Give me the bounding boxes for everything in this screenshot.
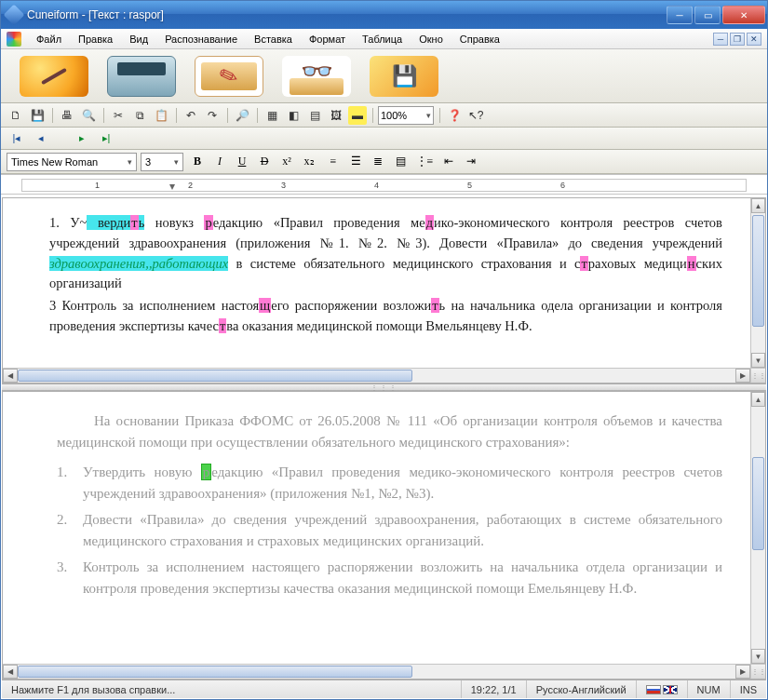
menu-table[interactable]: Таблица xyxy=(355,32,410,47)
italic-button[interactable]: I xyxy=(209,153,230,171)
scroll-grip-icon[interactable]: ⋮⋮ xyxy=(750,665,765,679)
menu-format[interactable]: Формат xyxy=(302,32,353,47)
scroll-thumb[interactable] xyxy=(752,457,764,550)
status-num: NUM xyxy=(688,680,731,698)
scroll-right-icon[interactable]: ▶ xyxy=(735,665,750,679)
mdi-minimize-button[interactable]: ─ xyxy=(713,33,728,46)
mdi-restore-button[interactable]: ❐ xyxy=(730,33,745,46)
align-left-icon[interactable]: ≡ xyxy=(323,153,344,171)
align-center-icon[interactable]: ☰ xyxy=(345,153,366,171)
mdi-close-button[interactable]: ✕ xyxy=(747,33,761,46)
menu-view[interactable]: Вид xyxy=(122,32,155,47)
indent-decrease-icon[interactable]: ⇤ xyxy=(438,153,459,171)
scroll-left-icon[interactable]: ◀ xyxy=(3,665,18,679)
list-number: 1. xyxy=(57,462,67,483)
save-button[interactable] xyxy=(370,56,438,97)
grid-icon[interactable]: ▦ xyxy=(263,106,281,125)
main-toolbar xyxy=(1,49,767,103)
window-maximize-button[interactable]: ▭ xyxy=(694,6,721,24)
subscript-button[interactable]: x₂ xyxy=(299,153,319,171)
image-pane: На основании Приказа ФФОМС от 26.05.2008… xyxy=(2,391,766,680)
scroll-thumb[interactable] xyxy=(18,666,412,678)
navigation-toolbar: |◂ ◂ ▸ ▸| xyxy=(1,128,767,150)
list-bullets-icon[interactable]: ⋮≡ xyxy=(414,153,435,171)
scroll-grip-icon[interactable]: ⋮⋮ xyxy=(750,369,765,383)
scroll-up-icon[interactable]: ▲ xyxy=(751,198,765,213)
scroll-down-icon[interactable]: ▼ xyxy=(751,353,765,368)
window-close-button[interactable]: ✕ xyxy=(722,6,765,24)
text-fragment: его распоряжении возложи xyxy=(271,298,431,313)
help-icon[interactable]: ❓ xyxy=(445,106,464,125)
text-fragment: новукз xyxy=(144,215,204,230)
prev-page-icon[interactable]: ◂ xyxy=(31,130,51,147)
indent-increase-icon[interactable]: ⇥ xyxy=(461,153,481,171)
window-minimize-button[interactable]: ─ xyxy=(667,6,693,24)
text-fragment: едакцию «Правил проведения ме xyxy=(213,215,425,230)
font-name-combo[interactable]: Times New Roman xyxy=(7,153,137,171)
scroll-left-icon[interactable]: ◀ xyxy=(3,369,18,383)
highlight-magenta: т xyxy=(130,215,138,230)
bold-button[interactable]: B xyxy=(187,153,208,171)
menu-help[interactable]: Справка xyxy=(452,32,507,47)
align-right-icon[interactable]: ≣ xyxy=(368,153,388,171)
text-document[interactable]: 1. У~ вердить новукз редакцию «Правил пр… xyxy=(3,198,750,368)
last-page-icon[interactable]: ▸| xyxy=(96,130,116,147)
next-page-icon[interactable]: ▸ xyxy=(72,130,92,147)
list-number: 3. xyxy=(57,557,67,578)
underline-button[interactable]: U xyxy=(232,153,252,171)
zoom-value: 100% xyxy=(381,110,407,121)
menu-edit[interactable]: Правка xyxy=(71,32,120,47)
ruler-num-1: 1 xyxy=(95,181,100,190)
copy-icon[interactable]: ⧉ xyxy=(130,106,149,125)
titlebar: Cuneiform - [Текст : raspor] ─ ▭ ✕ xyxy=(1,1,767,29)
strike-button[interactable]: D xyxy=(254,153,275,171)
flag-ru-icon xyxy=(646,685,661,694)
image-pane-hscrollbar[interactable]: ◀ ▶ ⋮⋮ xyxy=(3,664,765,679)
horizontal-ruler[interactable]: ▾ 1 2 3 4 5 6 xyxy=(1,174,767,195)
highlight-green: р xyxy=(201,464,212,480)
highlight-magenta: р xyxy=(204,215,212,230)
scroll-up-icon[interactable]: ▲ xyxy=(751,392,765,407)
status-ins: INS xyxy=(731,680,766,698)
zoom-combo[interactable]: 100% xyxy=(378,106,434,125)
toggle-icon[interactable]: ◧ xyxy=(284,106,303,125)
open-layout-button[interactable] xyxy=(195,56,263,97)
redo-icon[interactable]: ↷ xyxy=(203,106,222,125)
undo-icon[interactable]: ↶ xyxy=(182,106,200,125)
status-language: Русско-Английский xyxy=(527,680,637,698)
scroll-down-icon[interactable]: ▼ xyxy=(751,649,765,664)
scroll-right-icon[interactable]: ▶ xyxy=(735,369,750,383)
layout-icon[interactable]: ▤ xyxy=(305,106,324,125)
menu-window[interactable]: Окно xyxy=(411,32,451,47)
pane-splitter[interactable]: ⋮⋮⋮ xyxy=(2,384,766,391)
status-flags xyxy=(637,680,688,698)
align-justify-icon[interactable]: ▤ xyxy=(390,153,411,171)
text-pane-vscrollbar[interactable]: ▲ ▼ xyxy=(750,198,765,368)
recognize-button[interactable] xyxy=(282,56,351,97)
whatsthis-icon[interactable]: ↖? xyxy=(466,106,485,125)
menu-file[interactable]: Файл xyxy=(29,32,69,47)
text-pane: 1. У~ вердить новукз редакцию «Правил пр… xyxy=(2,197,766,384)
first-page-icon[interactable]: |◂ xyxy=(7,130,27,147)
cut-icon[interactable]: ✂ xyxy=(109,106,128,125)
scroll-thumb[interactable] xyxy=(752,215,764,327)
save-icon[interactable]: 💾 xyxy=(28,106,47,125)
wizard-button[interactable] xyxy=(20,56,88,97)
list-number: 2. xyxy=(57,509,67,531)
image-document[interactable]: На основании Приказа ФФОМС от 26.05.2008… xyxy=(3,392,750,664)
highlight-icon[interactable]: ▬ xyxy=(348,106,367,125)
scan-button[interactable] xyxy=(107,56,176,97)
print-icon[interactable]: 🖶 xyxy=(58,106,76,125)
image-pane-vscrollbar[interactable]: ▲ ▼ xyxy=(750,392,765,664)
scroll-thumb[interactable] xyxy=(18,370,412,382)
font-size-combo[interactable]: 3 xyxy=(141,153,183,171)
menu-insert[interactable]: Вставка xyxy=(247,32,300,47)
menu-recognition[interactable]: Распознавание xyxy=(157,32,245,47)
print-preview-icon[interactable]: 🔍 xyxy=(79,106,98,125)
find-icon[interactable]: 🔎 xyxy=(233,106,251,125)
image-icon[interactable]: 🖼 xyxy=(327,106,345,125)
new-icon[interactable]: 🗋 xyxy=(7,106,25,125)
superscript-button[interactable]: x² xyxy=(276,153,297,171)
text-pane-hscrollbar[interactable]: ◀ ▶ ⋮⋮ xyxy=(3,368,765,383)
paste-icon[interactable]: 📋 xyxy=(152,106,170,125)
